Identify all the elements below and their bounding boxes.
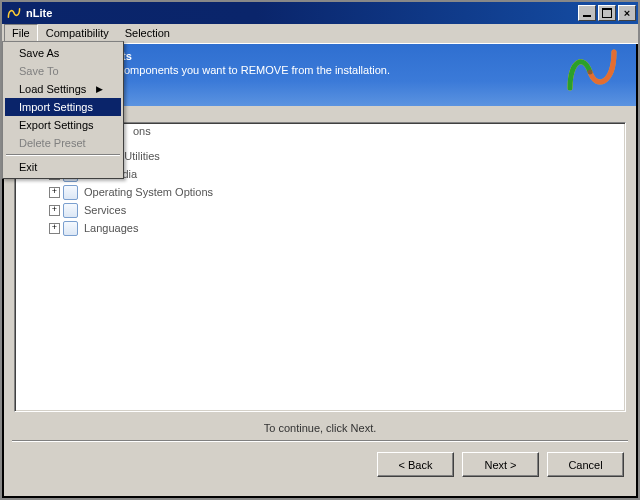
tree-item-os-options[interactable]: + Operating System Options bbox=[21, 183, 619, 201]
menu-delete-preset[interactable]: Delete Preset bbox=[5, 134, 121, 152]
menu-export-settings[interactable]: Export Settings bbox=[5, 116, 121, 134]
app-window: nLite × File Compatibility Selection ts … bbox=[2, 2, 638, 498]
menu-save-as[interactable]: Save As bbox=[5, 44, 121, 62]
tree-label: Services bbox=[84, 204, 126, 216]
title-bar: nLite × bbox=[2, 2, 638, 24]
tree-item-services[interactable]: + Services bbox=[21, 201, 619, 219]
maximize-button[interactable] bbox=[598, 5, 616, 21]
wizard-hint: To continue, click Next. bbox=[14, 412, 626, 440]
tree-item-languages[interactable]: + Languages bbox=[21, 219, 619, 237]
minimize-button[interactable] bbox=[578, 5, 596, 21]
submenu-arrow-icon: ▶ bbox=[96, 84, 103, 94]
next-button[interactable]: Next > bbox=[462, 452, 539, 477]
banner-subtitle-fragment: omponents you want to REMOVE from the in… bbox=[124, 64, 390, 76]
file-menu-dropdown: Save As Save To Load Settings▶ Import Se… bbox=[2, 41, 124, 179]
menu-load-settings[interactable]: Load Settings▶ bbox=[5, 80, 121, 98]
tree-label: Operating System Options bbox=[84, 186, 213, 198]
nlite-logo-icon bbox=[564, 46, 620, 92]
wizard-buttons: < Back Next > Cancel bbox=[2, 442, 638, 477]
checkbox[interactable] bbox=[63, 203, 78, 218]
menu-import-settings[interactable]: Import Settings bbox=[5, 98, 121, 116]
checkbox[interactable] bbox=[63, 185, 78, 200]
back-button[interactable]: < Back bbox=[377, 452, 454, 477]
menu-save-to[interactable]: Save To bbox=[5, 62, 121, 80]
expand-icon[interactable]: + bbox=[49, 187, 60, 198]
close-button[interactable]: × bbox=[618, 5, 636, 21]
menu-exit[interactable]: Exit bbox=[5, 158, 121, 176]
window-controls: × bbox=[578, 5, 636, 21]
cancel-button[interactable]: Cancel bbox=[547, 452, 624, 477]
expand-icon[interactable]: + bbox=[49, 205, 60, 216]
expand-icon[interactable]: + bbox=[49, 223, 60, 234]
tree-item-fragment: ons bbox=[133, 125, 151, 137]
app-logo-icon bbox=[6, 5, 22, 21]
menu-selection[interactable]: Selection bbox=[117, 24, 178, 43]
tree-label: Languages bbox=[84, 222, 138, 234]
window-title: nLite bbox=[26, 7, 578, 19]
checkbox[interactable] bbox=[63, 221, 78, 236]
menu-separator bbox=[6, 154, 120, 156]
